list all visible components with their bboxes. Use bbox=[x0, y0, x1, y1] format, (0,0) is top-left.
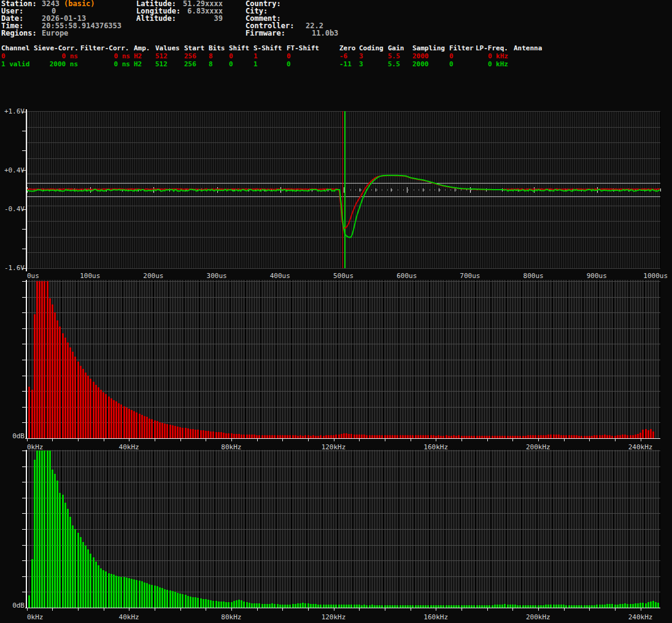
spectrum-ch1-xlabel-2: 80kHz bbox=[221, 613, 241, 621]
plots-canvas bbox=[0, 0, 672, 623]
spectrum-ch0-xlabel-0: 0kHz bbox=[27, 443, 44, 451]
spectrum-ch1-xlabel-0: 0kHz bbox=[27, 613, 44, 621]
wave-xlabel-1: 100us bbox=[80, 272, 100, 280]
spectrum-ch0-xlabel-1: 40kHz bbox=[119, 443, 139, 451]
spectrum-ch1-xlabel-6: 240kHz bbox=[628, 613, 653, 621]
wave-xlabel-6: 600us bbox=[396, 272, 417, 280]
wave-ylabel-1: +0.4V bbox=[0, 166, 25, 174]
wave-ylabel-2: -0.4V bbox=[0, 205, 25, 213]
spectrum-ch1-xlabel-5: 200kHz bbox=[526, 613, 550, 621]
wave-xlabel-5: 500us bbox=[333, 272, 353, 280]
spectrum-ch0-xlabel-2: 80kHz bbox=[221, 443, 241, 451]
wave-xlabel-7: 700us bbox=[460, 272, 480, 280]
signal-monitor-screen: Station:3243(basic)User:0Date:2026-01-13… bbox=[0, 0, 672, 623]
spectrum-ch0-xlabel-6: 240kHz bbox=[628, 443, 653, 451]
wave-ylabel-3: -1.6V bbox=[0, 264, 25, 272]
spectrum-ch0-ylabel: 0dB bbox=[0, 432, 25, 440]
spectrum-ch1-xlabel-1: 40kHz bbox=[119, 613, 139, 621]
wave-xlabel-3: 300us bbox=[207, 272, 227, 280]
spectrum-ch0-xlabel-4: 160kHz bbox=[423, 443, 448, 451]
wave-xlabel-10: 1000us bbox=[643, 272, 668, 280]
spectrum-ch1-xlabel-4: 160kHz bbox=[423, 613, 448, 621]
wave-xlabel-0: 0us bbox=[27, 272, 39, 280]
spectrum-ch1-xlabel-3: 120kHz bbox=[322, 613, 346, 621]
wave-ylabel-0: +1.6V bbox=[0, 107, 25, 115]
wave-xlabel-9: 900us bbox=[587, 272, 607, 280]
wave-xlabel-4: 400us bbox=[270, 272, 290, 280]
spectrum-ch0-xlabel-3: 120kHz bbox=[322, 443, 346, 451]
spectrum-ch1-ylabel: 0dB bbox=[0, 602, 25, 609]
wave-xlabel-8: 800us bbox=[523, 272, 544, 280]
wave-xlabel-2: 200us bbox=[143, 272, 163, 280]
spectrum-ch0-xlabel-5: 200kHz bbox=[526, 443, 550, 451]
